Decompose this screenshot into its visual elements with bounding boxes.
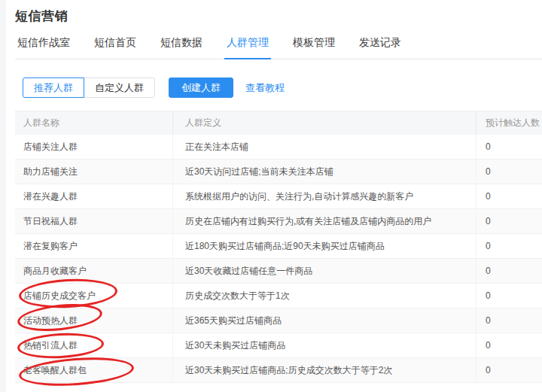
crowd-table: 人群名称 人群定义 预计触达人数 店铺关注人群正在关注本店铺0助力店铺关注近30… — [15, 111, 542, 383]
cell-crowd-name: 老客唤醒人群包 — [15, 358, 173, 382]
tab-send-records[interactable]: 发送记录 — [357, 36, 403, 59]
cell-crowd-definition: 近180天购买过店铺商品;近90天未购买过店铺商品 — [173, 234, 477, 258]
cell-crowd-definition: 正在关注本店铺 — [173, 135, 477, 159]
create-crowd-button[interactable]: 创建人群 — [169, 77, 233, 98]
cell-crowd-definition: 近365天购买过店铺商品 — [173, 308, 477, 333]
column-header-crowd-name: 人群名称 — [15, 111, 173, 135]
table-row[interactable]: 节日祝福人群历史在店铺内有过购买行为,或有关注店铺及店铺内商品的用户0 — [15, 209, 542, 234]
cell-crowd-definition: 近30天访问过店铺;当前未关注本店铺 — [173, 160, 477, 184]
cell-crowd-name: 潜在兴趣人群 — [15, 184, 173, 208]
tab-template-management[interactable]: 模板管理 — [291, 36, 337, 59]
cell-crowd-name: 热销引流人群 — [15, 333, 173, 357]
cell-crowd-name: 活动预热人群 — [15, 308, 173, 333]
crowd-type-segmented-control: 推荐人群 自定义人群 — [23, 77, 155, 98]
tab-sms-data[interactable]: 短信数据 — [158, 36, 205, 59]
cell-crowd-definition: 系统根据用户的访问、关注行为,自动计算感兴趣的新客户 — [173, 184, 477, 208]
table-row[interactable]: 潜在兴趣人群系统根据用户的访问、关注行为,自动计算感兴趣的新客户0 — [15, 184, 542, 209]
table-row[interactable]: 老客唤醒人群包近30天未购买过店铺商品;历史成交次数大于等于2次0 — [15, 358, 542, 383]
table-row[interactable]: 潜在复购客户近180天购买过店铺商品;近90天未购买过店铺商品0 — [15, 234, 542, 259]
cell-estimated-reach: 0 — [477, 284, 542, 308]
table-body: 店铺关注人群正在关注本店铺0助力店铺关注近30天访问过店铺;当前未关注本店铺0潜… — [15, 135, 542, 383]
table-row[interactable]: 助力店铺关注近30天访问过店铺;当前未关注本店铺0 — [15, 160, 542, 184]
column-header-estimated-reach: 预计触达人数 — [477, 111, 542, 135]
recommended-crowd-button[interactable]: 推荐人群 — [23, 77, 84, 98]
tab-sms-home[interactable]: 短信首页 — [92, 36, 139, 59]
tab-crowd-management[interactable]: 人群管理 — [224, 36, 271, 59]
cell-crowd-name: 店铺关注人群 — [15, 135, 173, 159]
cell-estimated-reach: 0 — [477, 259, 542, 283]
table-header-row: 人群名称 人群定义 预计触达人数 — [15, 111, 542, 135]
cell-estimated-reach: 0 — [477, 135, 542, 159]
page-title: 短信营销 — [15, 0, 542, 25]
cell-estimated-reach: 0 — [477, 234, 542, 258]
cell-estimated-reach: 0 — [477, 358, 542, 382]
page-left-gutter — [0, 0, 6, 392]
cell-crowd-definition: 近30天未购买过店铺商品 — [173, 333, 477, 357]
cell-crowd-name: 节日祝福人群 — [15, 209, 173, 233]
sms-marketing-page: 短信营销 短信作战室 短信首页 短信数据 人群管理 模板管理 发送记录 推荐人群… — [0, 0, 542, 383]
table-row[interactable]: 活动预热人群近365天购买过店铺商品0 — [15, 308, 542, 333]
cell-crowd-name: 商品月收藏客户 — [15, 259, 173, 283]
cell-crowd-name: 店铺历史成交客户 — [15, 284, 173, 308]
crowd-toolbar: 推荐人群 自定义人群 创建人群 查看教程 — [23, 77, 542, 98]
table-row[interactable]: 热销引流人群近30天未购买过店铺商品0 — [15, 333, 542, 358]
cell-crowd-definition: 历史在店铺内有过购买行为,或有关注店铺及店铺内商品的用户 — [173, 209, 477, 233]
table-row[interactable]: 店铺关注人群正在关注本店铺0 — [15, 135, 542, 160]
cell-crowd-definition: 近30天未购买过店铺商品;历史成交次数大于等于2次 — [173, 358, 477, 382]
view-tutorial-link[interactable]: 查看教程 — [245, 81, 285, 95]
cell-crowd-definition: 历史成交次数大于等于1次 — [173, 284, 477, 308]
table-row[interactable]: 店铺历史成交客户历史成交次数大于等于1次0 — [15, 284, 542, 308]
cell-crowd-name: 潜在复购客户 — [15, 234, 173, 258]
cell-crowd-name: 助力店铺关注 — [15, 160, 173, 184]
cell-estimated-reach: 0 — [477, 160, 542, 184]
cell-crowd-definition: 近30天收藏过店铺任意一件商品 — [173, 259, 477, 283]
column-header-crowd-definition: 人群定义 — [173, 111, 477, 135]
table-row[interactable]: 商品月收藏客户近30天收藏过店铺任意一件商品0 — [15, 259, 542, 284]
tab-sms-war-room[interactable]: 短信作战室 — [15, 36, 72, 59]
custom-crowd-button[interactable]: 自定义人群 — [84, 77, 155, 98]
cell-estimated-reach: 0 — [477, 308, 542, 333]
cell-estimated-reach: 0 — [477, 184, 542, 208]
cell-estimated-reach: 0 — [477, 209, 542, 233]
tab-bar: 短信作战室 短信首页 短信数据 人群管理 模板管理 发送记录 — [15, 36, 542, 59]
cell-estimated-reach: 0 — [477, 333, 542, 357]
